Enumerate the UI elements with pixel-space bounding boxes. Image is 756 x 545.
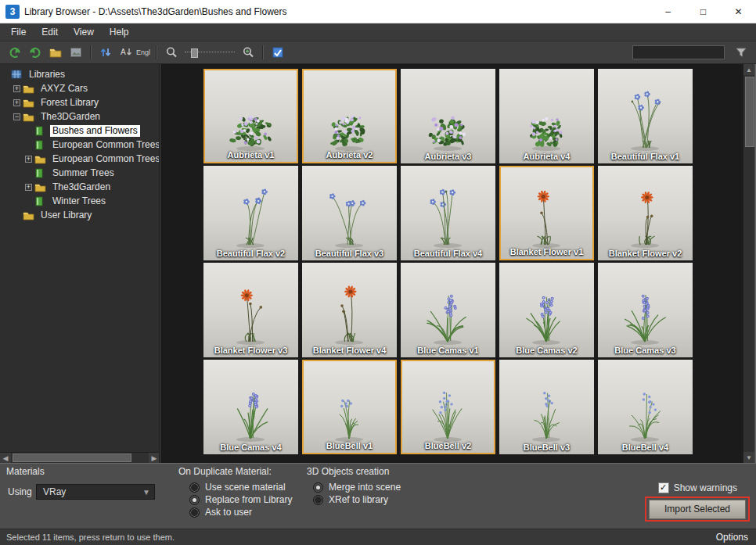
duplicate-material-option[interactable]: Use scene material: [189, 482, 292, 492]
asset-thumbnail[interactable]: Aubrieta v4: [499, 69, 594, 163]
import-selected-button[interactable]: Import Selected: [649, 500, 746, 519]
language-label[interactable]: Engl: [136, 48, 150, 56]
scrollbar-thumb[interactable]: [745, 77, 754, 147]
asset-name: BlueBell v4: [598, 443, 693, 452]
asset-thumbnail[interactable]: Beautiful Flax v1: [598, 69, 693, 163]
asset-thumbnail[interactable]: BlueBell v1: [302, 360, 397, 454]
using-label: Using: [8, 486, 32, 497]
sync-library-icon[interactable]: [96, 43, 115, 62]
maximize-button[interactable]: □: [686, 0, 721, 23]
asset-thumbnail[interactable]: Aubrieta v2: [302, 69, 397, 163]
zoom-icon[interactable]: [162, 43, 181, 62]
asset-thumbnail[interactable]: BlueBell v2: [401, 360, 495, 454]
open-folder-icon[interactable]: [46, 43, 65, 62]
radio-icon[interactable]: [189, 507, 200, 518]
material-engine-dropdown[interactable]: VRay ▼: [36, 484, 155, 500]
checkbox-icon[interactable]: ✓: [658, 482, 669, 493]
tree-item-european-common-trees[interactable]: +European Common Trees: [0, 152, 159, 166]
expand-plus-icon[interactable]: +: [25, 156, 32, 163]
menu-edit[interactable]: Edit: [34, 23, 66, 41]
radio-icon[interactable]: [313, 482, 323, 493]
search-input[interactable]: [632, 45, 725, 59]
expand-plus-icon[interactable]: +: [13, 99, 20, 106]
close-button[interactable]: ✕: [721, 0, 756, 23]
asset-thumbnail[interactable]: Blanket Flower v2: [598, 166, 693, 260]
asset-thumbnail[interactable]: Blanket Flower v4: [302, 263, 397, 357]
menu-file[interactable]: File: [3, 23, 34, 41]
asset-thumbnail[interactable]: Blue Camas v2: [499, 263, 594, 357]
back-icon[interactable]: [5, 43, 24, 62]
sort-language-icon[interactable]: A: [117, 43, 135, 62]
expand-plus-icon[interactable]: +: [25, 184, 32, 191]
asset-thumbnail[interactable]: BlueBell v3: [499, 360, 594, 454]
asset-name: BlueBell v2: [402, 441, 494, 450]
asset-thumbnail[interactable]: Blanket Flower v3: [203, 263, 298, 357]
show-warnings-option[interactable]: ✓ Show warnings: [658, 482, 737, 493]
expand-plus-icon[interactable]: +: [13, 85, 20, 92]
folder-icon: [23, 83, 35, 94]
tree-item-summer-trees[interactable]: Summer Trees: [0, 166, 159, 180]
title-bar: 3 Library Browser - D:\Assets\The3dGarde…: [0, 0, 756, 23]
tree-item-the3dgarden[interactable]: −The3DGarden: [0, 109, 159, 124]
options-link[interactable]: Options: [716, 532, 756, 543]
radio-icon[interactable]: [313, 495, 323, 505]
tree-item-user-library[interactable]: User Library: [0, 208, 159, 222]
thumbnail-size-slider[interactable]: [185, 47, 235, 58]
menu-help[interactable]: Help: [102, 23, 137, 41]
scroll-left-icon[interactable]: ◀: [0, 453, 11, 463]
chevron-down-icon: ▼: [142, 488, 154, 497]
toolbar-separator: [90, 45, 92, 59]
scroll-down-icon[interactable]: ▼: [743, 452, 754, 463]
duplicate-material-option[interactable]: Ask to user: [189, 507, 292, 517]
tree-item-axyz-cars[interactable]: +AXYZ Cars: [0, 81, 159, 95]
asset-thumbnail[interactable]: Beautiful Flax v2: [203, 166, 298, 260]
tree-item-libraries[interactable]: Libraries: [0, 67, 159, 81]
asset-thumbnail[interactable]: Blanket Flower v1: [499, 166, 594, 260]
material-engine-value: VRay: [43, 486, 66, 497]
forward-icon[interactable]: [26, 43, 45, 62]
tree-horizontal-scrollbar[interactable]: ◀ ▶: [0, 452, 160, 463]
asset-thumbnail[interactable]: Blue Camas v4: [203, 360, 298, 454]
tree-item-european-common-trees[interactable]: European Common Trees: [0, 138, 159, 152]
asset-name: BlueBell v3: [499, 443, 594, 452]
tree-item-winter-trees[interactable]: Winter Trees: [0, 194, 159, 208]
minimize-button[interactable]: –: [650, 0, 686, 23]
slider-handle[interactable]: [191, 48, 198, 58]
folder-icon: [34, 153, 47, 164]
asset-name: BlueBell v1: [304, 441, 395, 450]
radio-icon[interactable]: [189, 482, 200, 493]
radio-icon[interactable]: [189, 495, 200, 505]
scrollbar-thumb[interactable]: [13, 454, 131, 462]
asset-thumbnail[interactable]: Aubrieta v3: [401, 69, 495, 163]
show-materials-icon[interactable]: [268, 43, 287, 62]
asset-thumbnail[interactable]: BlueBell v4: [598, 360, 693, 454]
objects-creation-option[interactable]: XRef to library: [313, 495, 401, 504]
view-vertical-scrollbar[interactable]: ▲ ▼: [743, 64, 754, 463]
folder-icon: [23, 111, 35, 122]
asset-thumbnail[interactable]: Beautiful Flax v4: [401, 166, 495, 260]
tree-item-the3dgarden[interactable]: +The3dGarden: [0, 180, 159, 194]
asset-thumbnail[interactable]: Beautiful Flax v3: [302, 166, 397, 260]
radio-label: Merge into scene: [329, 482, 401, 493]
menu-view[interactable]: View: [66, 23, 102, 41]
duplicate-material-option[interactable]: Replace from Library: [189, 495, 292, 504]
tree-item-label: Winter Trees: [50, 195, 108, 207]
asset-name: Beautiful Flax v1: [598, 152, 693, 161]
collapse-minus-icon[interactable]: −: [13, 113, 20, 120]
asset-name: Blanket Flower v1: [501, 247, 592, 256]
tree-item-forest-library[interactable]: +Forest Library: [0, 95, 159, 109]
objects-creation-option[interactable]: Merge into scene: [313, 482, 401, 492]
zoom-in-icon[interactable]: [239, 43, 257, 62]
scroll-up-icon[interactable]: ▲: [743, 64, 754, 75]
libraries-icon: [11, 69, 23, 80]
asset-thumbnail[interactable]: Aubrieta v1: [203, 69, 298, 163]
filter-icon[interactable]: [732, 43, 751, 62]
materials-section-label: Materials: [6, 466, 45, 477]
tree-item-label: AXYZ Cars: [38, 83, 90, 95]
tree-item-label: Forest Library: [38, 97, 101, 109]
scroll-right-icon[interactable]: ▶: [149, 453, 160, 463]
asset-thumbnail[interactable]: Blue Camas v3: [598, 263, 693, 357]
tree-item-bushes-and-flowers[interactable]: Bushes and Flowers: [0, 124, 159, 138]
preview-icon[interactable]: [67, 43, 85, 62]
asset-thumbnail[interactable]: Blue Camas v1: [401, 263, 495, 357]
